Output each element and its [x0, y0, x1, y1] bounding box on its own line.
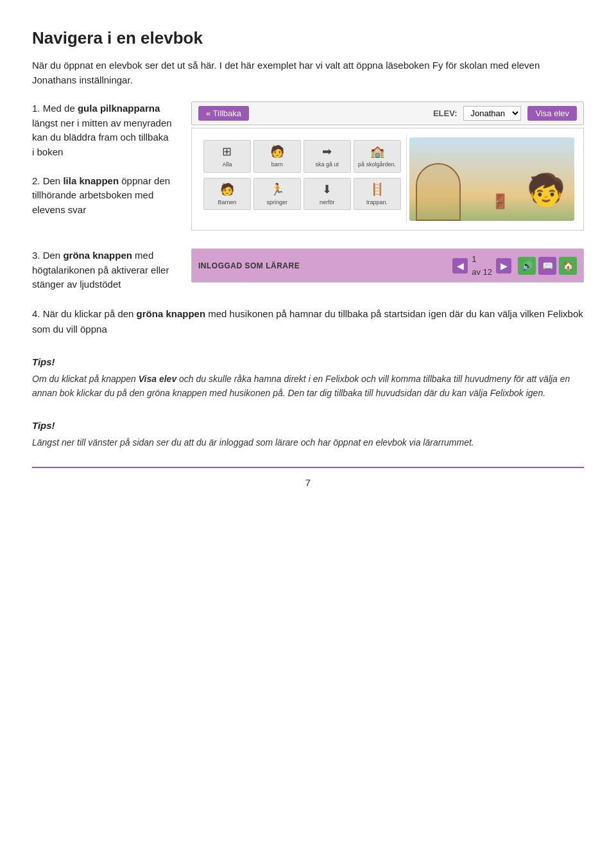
- tips-2-text: Längst ner till vänster på sidan ser du …: [32, 435, 584, 449]
- door-icon: 🚪: [492, 191, 509, 212]
- icon-cell-alla: ⊞ Alla: [203, 140, 251, 173]
- elev-select[interactable]: Jonathan: [463, 106, 521, 121]
- section-3-visual: INLOGGAD SOM LÄRARE ◀ 1 av 12 ▶ 🔊 📖 🏠: [191, 248, 584, 283]
- section-1: 1. Med de gula pilknapparna längst ner i…: [32, 101, 584, 234]
- book-button[interactable]: 📖: [538, 257, 556, 275]
- nav-bar: INLOGGAD SOM LÄRARE ◀ 1 av 12 ▶ 🔊 📖 🏠: [191, 248, 584, 283]
- tips-box-2: Tips! Längst ner till vänster på sidan s…: [32, 419, 584, 450]
- tips-1-text: Om du klickat på knappen Visa elev och d…: [32, 372, 584, 401]
- prev-page-button[interactable]: ◀: [452, 258, 468, 274]
- book-content-area: ⊞ Alla 🧑 barn ➡ ska gå ut 🏫: [191, 128, 584, 231]
- visa-elev-button[interactable]: Visa elev: [527, 106, 577, 121]
- section-4-text: 4. När du klickar på den gröna knappen m…: [32, 306, 584, 337]
- elev-label: ELEV:: [433, 107, 458, 120]
- back-button[interactable]: « Tillbaka: [198, 106, 249, 121]
- book-left-panel: ⊞ Alla 🧑 barn ➡ ska gå ut 🏫: [198, 135, 407, 223]
- page-title: Navigera i en elevbok: [32, 26, 584, 51]
- next-page-button[interactable]: ▶: [496, 258, 511, 274]
- intro-paragraph: När du öppnat en elevbok ser det ut så h…: [32, 58, 584, 87]
- story-illustration: 🧒 🚪: [409, 137, 575, 221]
- house-arch-decoration: [416, 163, 461, 221]
- icon-cell-barn2: 🧑 Barnen: [203, 178, 251, 211]
- audio-button[interactable]: 🔊: [518, 257, 536, 275]
- section-3-number: 3.: [32, 250, 40, 261]
- person-icon: 🧒: [527, 167, 565, 213]
- home-button[interactable]: 🏠: [559, 257, 577, 275]
- section-3: 3. Den gröna knappen med högtalarikonen …: [32, 248, 584, 292]
- tips-box-1: Tips! Om du klickat på knappen Visa elev…: [32, 355, 584, 401]
- section-1-visual: « Tillbaka ELEV: Jonathan Visa elev ⊞ Al…: [191, 101, 584, 234]
- ui-top-bar: « Tillbaka ELEV: Jonathan Visa elev: [191, 101, 584, 125]
- section-2-number: 2.: [32, 175, 40, 186]
- tips-2-title: Tips!: [32, 419, 584, 433]
- icon-cell-skolg: 🏫 på skolgården.: [354, 140, 401, 173]
- icon-cell-ska-ga-ut: ➡ ska gå ut: [304, 140, 351, 173]
- page-current: 1 av 12: [472, 253, 492, 278]
- nav-right-buttons: 🔊 📖 🏠: [518, 257, 577, 275]
- logged-in-label: INLOGGAD SOM LÄRARE: [198, 260, 300, 272]
- section-1-text: 1. Med de gula pilknapparna längst ner i…: [32, 101, 173, 217]
- icon-cell-barn: 🧑 barn: [253, 140, 301, 173]
- icon-cell-nerfor: ⬇ nerför: [304, 178, 351, 211]
- section-1-number: 1.: [32, 103, 40, 114]
- bottom-border-line: [32, 462, 584, 468]
- tips-1-title: Tips!: [32, 355, 584, 370]
- icon-cell-trappan: 🪜 trappan.: [354, 178, 401, 211]
- page-navigation: ◀ 1 av 12 ▶: [452, 253, 511, 278]
- book-right-panel: 🧒 🚪: [407, 135, 578, 223]
- section-3-text: 3. Den gröna knappen med högtalarikonen …: [32, 248, 173, 292]
- page-footer: 7: [32, 476, 584, 491]
- icon-cell-springer: 🏃 springer: [253, 178, 301, 211]
